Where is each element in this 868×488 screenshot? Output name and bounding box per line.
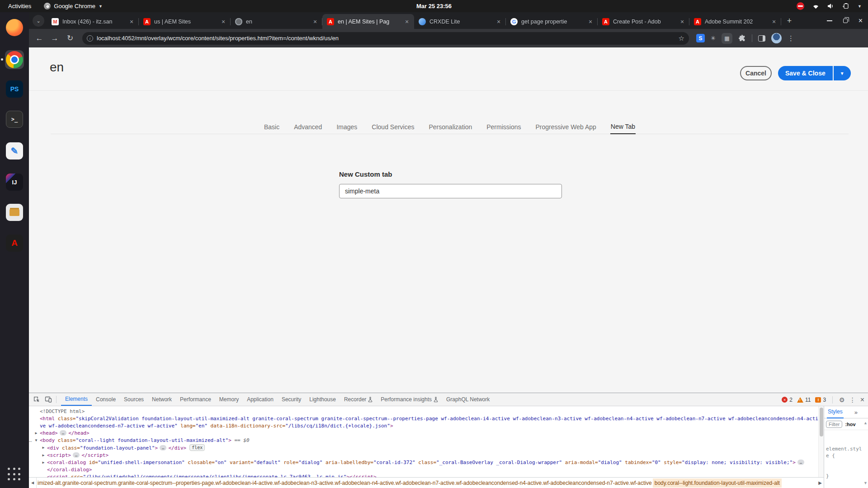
show-applications-button[interactable] [8,468,21,481]
tab-close-icon[interactable]: × [770,18,778,25]
back-icon[interactable]: ← [32,34,47,43]
bookmark-star-icon[interactable]: ☆ [679,34,684,42]
browser-menu-icon[interactable]: ⋮ [788,34,794,42]
tab-close-icon[interactable]: × [128,18,135,25]
activities-button[interactable]: Activities [0,0,39,12]
breadcrumb-next-icon[interactable]: ▶ [816,480,824,485]
app-menu[interactable]: Google Chrome ▼ [39,3,107,9]
extension-s-icon[interactable]: S [696,34,705,42]
tab-close-icon[interactable]: × [495,18,502,25]
extensions-puzzle-icon[interactable] [738,34,746,42]
dom-tree-row[interactable]: ▶<coral-dialog id="unified-shell-imperso… [29,459,818,466]
tab-progressive-web-app[interactable]: Progressive Web App [535,120,596,134]
dock-item-photoshop[interactable]: PS [5,80,24,99]
close-icon[interactable]: × [859,17,863,25]
forward-icon[interactable]: → [47,34,62,43]
expand-ellipsis-button[interactable]: … [797,460,804,465]
browser-tab[interactable]: Aen | AEM Sites | Pag× [322,14,414,29]
tab-styles[interactable]: Styles [827,406,844,418]
save-dropdown-button[interactable]: ▼ [834,66,851,80]
dom-tree-row[interactable]: …▼<body class="coral--light foundation-l… [29,437,818,444]
cancel-button[interactable]: Cancel [740,66,772,80]
element-style-rule[interactable]: element.style { [826,446,863,459]
system-tray[interactable]: ▼ [797,2,862,10]
dom-tree-row[interactable]: <!DOCTYPE html> [29,408,818,415]
devtools-close-icon[interactable]: × [860,396,864,404]
browser-tab[interactable]: Aus | AEM Sites× [139,14,231,29]
extension-icon[interactable]: ✳ [711,35,716,42]
warning-badge[interactable]: 11 [797,397,811,403]
devtools-tab-elements[interactable]: Elements [61,394,92,406]
browser-tab[interactable]: CRXDE Lite× [414,14,506,29]
minimize-icon[interactable] [827,20,832,21]
tab-close-icon[interactable]: × [587,18,594,25]
dock-item-files[interactable] [5,203,24,222]
more-tabs-icon[interactable]: » [854,409,858,416]
issues-badge[interactable]: !3 [815,397,826,403]
tab-images[interactable]: Images [336,120,358,134]
dom-tree-row[interactable]: <script src="/libs/unifiedshell/componen… [29,474,818,477]
save-close-button[interactable]: Save & Close [778,66,833,80]
devtools-tab-sources[interactable]: Sources [120,394,148,406]
browser-tab[interactable]: MInbox (426) - itz.san× [47,14,139,29]
dock-item-adobe[interactable]: A [5,234,24,253]
tab-advanced[interactable]: Advanced [293,120,322,134]
devtools-tab-recorder[interactable]: Recorder [340,394,377,406]
tab-close-icon[interactable]: × [679,18,686,25]
extension-pinned-icon[interactable]: ▦ [722,33,732,44]
browser-tab[interactable]: en× [231,14,322,29]
dom-tree-row[interactable]: ▶<div class="foundation-layout-panel">…<… [29,444,818,452]
collapsed-arrow-icon[interactable]: ▶ [41,459,46,466]
script-src-link[interactable]: "/libs/unifiedshell/components/impersona… [83,474,346,477]
custom-tab-input[interactable] [339,184,562,198]
scroll-down-icon[interactable]: ▼ [863,481,868,485]
site-info-icon[interactable]: i [87,35,93,42]
dom-tree-scrollbar[interactable] [818,406,824,477]
dom-tree-row[interactable]: </coral-dialog> [29,466,818,474]
scroll-up-icon[interactable]: ▲ [863,421,868,425]
dock-item-intellij[interactable]: IJ [5,173,24,192]
devtools-tab-lighthouse[interactable]: Lighthouse [305,394,340,406]
devtools-menu-icon[interactable]: ⋮ [849,396,856,404]
profile-avatar[interactable] [771,33,782,43]
dom-tree-row[interactable]: ▶<head>…</head> [29,430,818,437]
browser-tab[interactable]: Gget page propertie× [506,14,598,29]
tab-close-icon[interactable]: × [220,18,227,25]
device-toolbar-icon[interactable] [42,394,54,404]
browser-tab[interactable]: AAdobe Summit 202× [689,14,781,29]
restore-icon[interactable] [843,19,848,23]
side-panel-icon[interactable] [758,35,765,42]
breadcrumb-selected[interactable]: body.coral--light.foundation-layout-util… [653,479,782,488]
devtools-tab-graphql-network[interactable]: GraphQL Network [442,394,494,406]
dock-item-text-editor[interactable]: ✎ [5,141,24,160]
expand-ellipsis-button[interactable]: … [73,452,80,458]
new-tab-button[interactable]: + [783,14,796,27]
reload-icon[interactable]: ↻ [62,33,78,43]
hover-state-toggle[interactable]: :hov [845,422,855,427]
devtools-tab-performance[interactable]: Performance [176,394,215,406]
tab-new-tab[interactable]: New Tab [610,120,636,134]
devtools-tab-network[interactable]: Network [148,394,176,406]
tab-cloud-services[interactable]: Cloud Services [371,120,415,134]
gear-icon[interactable]: ⚙ [839,396,845,404]
dock-item-terminal[interactable]: >_ [5,110,24,129]
tab-close-icon[interactable]: × [403,18,410,25]
collapsed-arrow-icon[interactable]: ▶ [41,444,46,451]
devtools-tab-memory[interactable]: Memory [215,394,243,406]
expand-ellipsis-button[interactable]: … [160,445,166,450]
tab-search-button[interactable]: ⌄ [33,15,44,27]
devtools-tab-console[interactable]: Console [92,394,120,406]
dom-tree-row[interactable]: <html class="skipCoral2Validation founda… [29,415,818,430]
address-bar[interactable]: i localhost:4052/mnt/overlay/wcm/core/co… [82,32,689,45]
breadcrumb-back-icon[interactable]: ◀ [29,478,37,488]
scrollbar-thumb[interactable] [820,408,823,436]
collapsed-arrow-icon[interactable]: ▶ [41,452,46,459]
devtools-tab-performance-insights[interactable]: Performance insights [377,394,442,406]
tab-close-icon[interactable]: × [311,18,319,25]
tab-permissions[interactable]: Permissions [486,120,521,134]
breadcrumb-trail[interactable]: imized-alt.granite-coral-spectrum.granit… [37,480,653,486]
styles-filter-input[interactable]: Filter [826,421,842,428]
browser-tab[interactable]: ACreate Post - Adob× [598,14,689,29]
tab-personalization[interactable]: Personalization [429,120,473,134]
clock[interactable]: Mar 25 23:56 [416,3,452,9]
